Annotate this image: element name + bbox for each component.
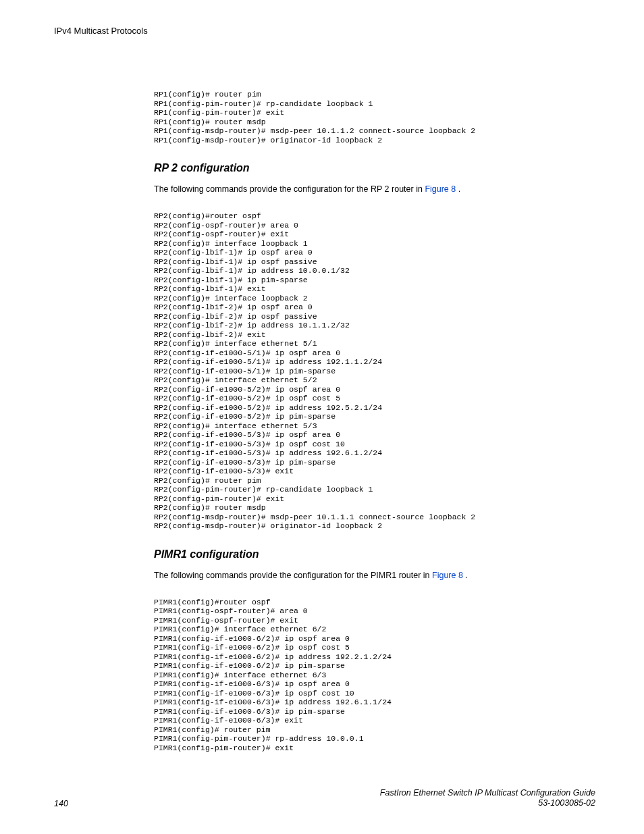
code-block-rp1: RP1(config)# router pim RP1(config-pim-r… bbox=[154, 90, 595, 145]
intro-rp2: The following commands provide the confi… bbox=[154, 184, 595, 195]
page-footer: 140 FastIron Ethernet Switch IP Multicas… bbox=[54, 788, 595, 808]
code-block-rp2: RP2(config)#router ospf RP2(config-ospf-… bbox=[154, 211, 595, 531]
page-number: 140 bbox=[54, 799, 68, 808]
code-block-pimr1: PIMR1(config)#router ospf PIMR1(config-o… bbox=[154, 598, 595, 753]
content-area: RP1(config)# router pim RP1(config-pim-r… bbox=[154, 90, 595, 752]
page-header: IPv4 Multicast Protocols bbox=[54, 26, 595, 36]
heading-rp2: RP 2 configuration bbox=[154, 162, 595, 174]
footer-docnum: 53-1003085-02 bbox=[380, 798, 595, 808]
intro-pimr1-pre: The following commands provide the confi… bbox=[154, 571, 432, 580]
intro-rp2-pre: The following commands provide the confi… bbox=[154, 184, 425, 194]
figure-link-rp2[interactable]: Figure 8 bbox=[425, 184, 456, 194]
footer-right: FastIron Ethernet Switch IP Multicast Co… bbox=[380, 788, 595, 808]
page: IPv4 Multicast Protocols RP1(config)# ro… bbox=[0, 0, 644, 834]
intro-pimr1-post: . bbox=[463, 571, 468, 580]
heading-pimr1: PIMR1 configuration bbox=[154, 548, 595, 561]
intro-rp2-post: . bbox=[456, 184, 460, 194]
figure-link-pimr1[interactable]: Figure 8 bbox=[432, 571, 463, 580]
intro-pimr1: The following commands provide the confi… bbox=[154, 570, 595, 581]
footer-title: FastIron Ethernet Switch IP Multicast Co… bbox=[380, 788, 595, 798]
